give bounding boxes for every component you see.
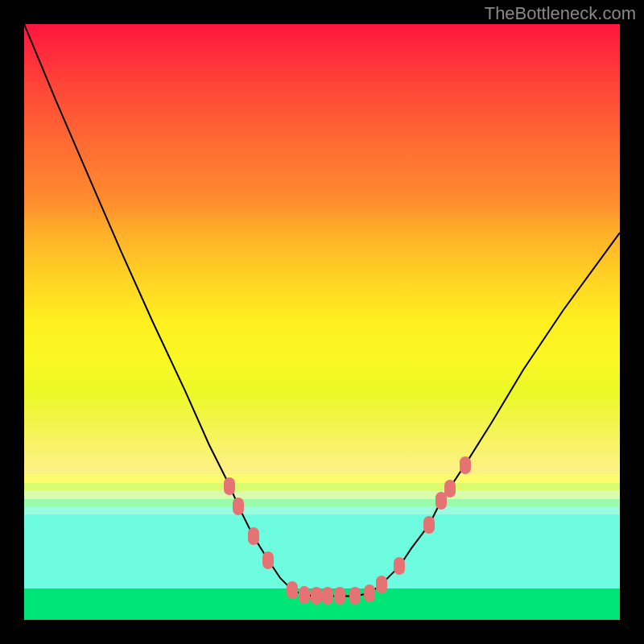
data-marker — [423, 516, 435, 534]
data-marker — [248, 527, 259, 545]
data-marker — [349, 587, 361, 605]
data-marker — [299, 586, 310, 604]
data-marker — [460, 456, 471, 474]
data-marker — [394, 557, 405, 575]
data-marker — [322, 587, 333, 605]
data-marker — [224, 477, 235, 495]
data-marker — [444, 480, 456, 497]
data-marker — [233, 497, 244, 515]
data-marker — [334, 587, 345, 605]
data-marker — [376, 576, 387, 593]
data-marker — [262, 551, 274, 569]
plot-area — [24, 24, 620, 620]
data-marker — [364, 584, 375, 602]
chart-container: TheBottleneck.com — [0, 0, 644, 644]
bottleneck-curve — [24, 24, 620, 620]
data-marker — [311, 587, 322, 605]
watermark-text: TheBottleneck.com — [485, 3, 636, 24]
data-marker — [287, 581, 298, 599]
